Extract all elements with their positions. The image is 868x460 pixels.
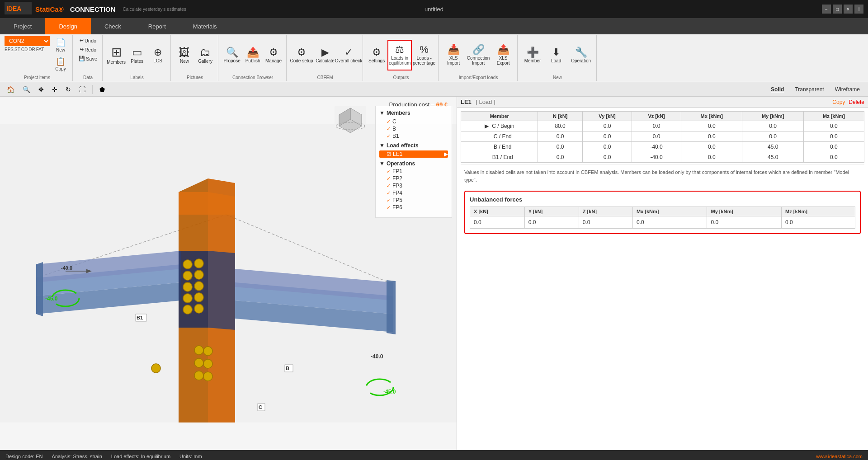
tree-le1[interactable]: ☑ LE1 ▶ (379, 150, 448, 158)
cell-vy[interactable]: 0.0 (582, 131, 632, 142)
tree-fp1[interactable]: ✓ FP1 (379, 168, 448, 175)
plates-button[interactable]: ▭ Plates (127, 40, 147, 70)
tag-cd[interactable]: CD (21, 47, 28, 52)
fit-button[interactable]: ⛶ (76, 84, 89, 95)
calculate-button[interactable]: ▶ Calculate (314, 40, 336, 70)
load-effects-collapse-icon[interactable]: ▼ (379, 142, 385, 149)
gallery-button[interactable]: 🗂 Gallery (195, 40, 215, 70)
operations-collapse-icon[interactable]: ▼ (379, 160, 385, 167)
cell-vy[interactable]: 0.0 (582, 121, 632, 131)
close-button[interactable]: × (844, 5, 853, 14)
tab-report[interactable]: Report (135, 18, 179, 34)
table-row[interactable]: B / End 0.0 0.0 -40.0 0.0 45.0 0.0 (461, 142, 864, 152)
cell-n[interactable]: 0.0 (538, 152, 582, 163)
copy-connection-button[interactable]: 📋 Copy (52, 55, 70, 73)
cell-my[interactable]: 45.0 (742, 152, 803, 163)
cell-my[interactable]: 45.0 (742, 142, 803, 152)
info-button[interactable]: i (854, 5, 863, 14)
navigation-cube[interactable] (335, 106, 366, 137)
cell-n[interactable]: 0.0 (538, 131, 582, 142)
cell-my[interactable]: 0.0 (742, 121, 803, 131)
save-button[interactable]: 💾 Save (76, 54, 99, 63)
code-setup-button[interactable]: ⚙ Code setup (290, 40, 313, 70)
copy-load-button[interactable]: Copy (832, 99, 845, 105)
cell-mz[interactable]: 0.0 (803, 121, 864, 131)
table-row[interactable]: ▶ C / Begin 80.0 0.0 0.0 0.0 0.0 0.0 (461, 121, 864, 131)
home-view-button[interactable]: 🏠 (4, 84, 18, 95)
viewport[interactable]: Production cost – 69 € (0, 97, 457, 450)
redo-button[interactable]: ↪ Redo (77, 45, 99, 54)
cell-n[interactable]: 80.0 (538, 121, 582, 131)
new-connection-button[interactable]: 📄 New (52, 36, 70, 54)
overall-check-icon: ✓ (344, 47, 353, 57)
tab-design[interactable]: Design (45, 18, 90, 34)
move-button[interactable]: ✛ (49, 84, 61, 95)
table-row[interactable]: B1 / End 0.0 0.0 -40.0 0.0 45.0 0.0 (461, 152, 864, 163)
wireframe-mode-button[interactable]: Wireframe (830, 85, 864, 94)
rotate-button[interactable]: ↻ (62, 84, 74, 95)
new-load-button[interactable]: ⬇ Load (545, 40, 567, 70)
table-row[interactable]: C / End 0.0 0.0 0.0 0.0 0.0 0.0 (461, 131, 864, 142)
members-button[interactable]: ⊞ Members (106, 40, 126, 70)
cell-vy[interactable]: 0.0 (582, 152, 632, 163)
cell-mx[interactable]: 0.0 (681, 131, 742, 142)
transparent-mode-button[interactable]: Transparent (790, 85, 828, 94)
connection-selector[interactable]: CON2 (5, 36, 50, 46)
solid-mode-button[interactable]: Solid (766, 85, 788, 94)
tree-fp6[interactable]: ✓ FP6 (379, 204, 448, 211)
tab-materials[interactable]: Materials (179, 18, 231, 34)
zoom-search-button[interactable]: 🔍 (19, 84, 33, 95)
svg-text:-45.0: -45.0 (45, 296, 58, 302)
cell-vz[interactable]: 0.0 (632, 121, 681, 131)
cell-vz[interactable]: -40.0 (632, 152, 681, 163)
tab-project[interactable]: Project (0, 18, 45, 34)
tree-member-b1[interactable]: ✓ B1 (379, 132, 448, 140)
cell-vz[interactable]: 0.0 (632, 131, 681, 142)
publish-button[interactable]: 📤 Publish (243, 40, 263, 70)
tree-fp4[interactable]: ✓ FP4 (379, 189, 448, 197)
xls-import-button[interactable]: 📥 XLS Import (442, 40, 465, 70)
manage-button[interactable]: ⚙ Manage (264, 40, 283, 70)
tag-dr[interactable]: DR (28, 47, 35, 52)
new-picture-button[interactable]: 🖼 New (175, 40, 194, 70)
tree-member-c[interactable]: ✓ C (379, 118, 448, 125)
tree-member-b[interactable]: ✓ B (379, 125, 448, 132)
data-group: ↩ Undo ↪ Redo 💾 Save Data (74, 35, 103, 81)
tab-check[interactable]: Check (91, 18, 135, 34)
overall-check-button[interactable]: ✓ Overall check (337, 40, 360, 70)
tree-fp3[interactable]: ✓ FP3 (379, 182, 448, 189)
cell-mx[interactable]: 0.0 (681, 121, 742, 131)
delete-load-button[interactable]: Delete (849, 99, 864, 105)
cell-vz[interactable]: -40.0 (632, 142, 681, 152)
maximize-button[interactable]: □ (833, 5, 842, 14)
cell-vy[interactable]: 0.0 (582, 142, 632, 152)
cell-my[interactable]: 0.0 (742, 131, 803, 142)
lcs-button[interactable]: ⊕ LCS (148, 40, 168, 70)
loads-equilibrium-button[interactable]: ⚖ Loads in equilibrium (387, 40, 412, 70)
shape-button[interactable]: ⬟ (96, 84, 108, 95)
cell-n[interactable]: 0.0 (538, 142, 582, 152)
cell-mx[interactable]: 0.0 (681, 142, 742, 152)
cell-mx[interactable]: 0.0 (681, 152, 742, 163)
loads-percentage-button[interactable]: % Loads - percentage (413, 40, 435, 70)
settings-button[interactable]: ⚙ Settings (367, 40, 387, 70)
cell-mz[interactable]: 0.0 (803, 142, 864, 152)
expand-arrow[interactable]: ▶ (485, 123, 489, 129)
connection-import-button[interactable]: 🔗 Connection Import (466, 40, 491, 70)
undo-button[interactable]: ↩ Undo (77, 36, 99, 45)
tree-fp5[interactable]: ✓ FP5 (379, 197, 448, 204)
new-member-button[interactable]: ➕ Member (521, 40, 544, 70)
tag-fat[interactable]: FAT (36, 47, 44, 52)
tree-fp2[interactable]: ✓ FP2 (379, 175, 448, 182)
pan-button[interactable]: ✥ (35, 84, 47, 95)
cell-mz[interactable]: 0.0 (803, 152, 864, 163)
cell-mz[interactable]: 0.0 (803, 131, 864, 142)
propose-button[interactable]: 🔍 Propose (222, 40, 242, 70)
members-collapse-icon[interactable]: ▼ (379, 110, 385, 116)
minimize-button[interactable]: − (822, 5, 831, 14)
window-controls[interactable]: − □ × i (822, 5, 863, 14)
tag-eps[interactable]: EPS (5, 47, 14, 52)
xls-export-button[interactable]: 📤 XLS Export (492, 40, 514, 70)
tag-st[interactable]: ST (14, 47, 20, 52)
new-operation-button[interactable]: 🔧 Operation (568, 40, 594, 70)
